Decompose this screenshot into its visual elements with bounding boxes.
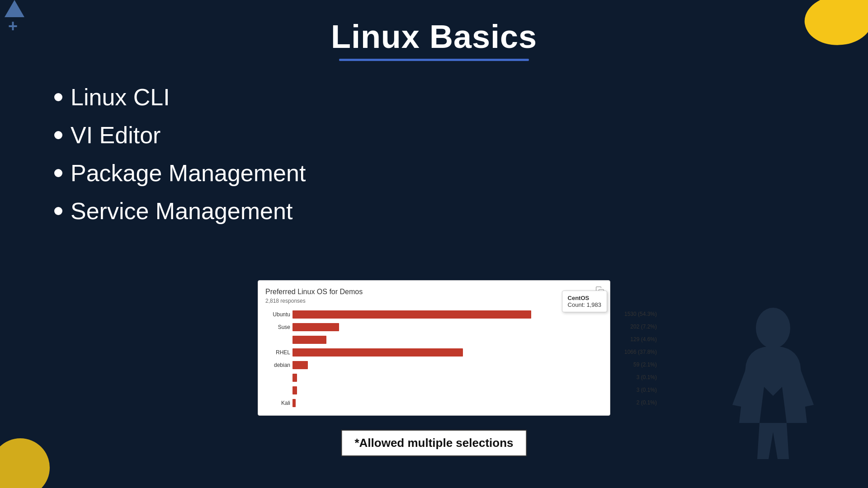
bullet-item-vi: VI Editor [54,122,868,149]
bar-row-suse: Suse 202 (7.2%) [292,322,603,332]
bar-row-ubuntu: Ubuntu 1530 (54.3%) [292,310,603,319]
tooltip-name: CentOS [568,295,601,301]
bar-label-suse: Suse [263,324,290,330]
bullet-dot [54,131,62,139]
bar-track-kali: 2 (0.1%) [292,399,603,407]
circle-decoration-bottom-left [0,438,50,488]
bullet-item-pkg: Package Management [54,160,868,187]
bullet-item-cli: Linux CLI [54,84,868,111]
chart-responses: 2,818 responses [265,298,603,304]
bar-value-suse2: 129 (4.6%) [630,336,657,343]
svg-point-0 [756,308,790,348]
bar-row-small2: 3 (0.1%) [292,385,603,395]
title-section: Linux Basics [0,0,868,61]
bar-track-small1: 3 (0.1%) [292,374,603,382]
footnote-text: *Allowed multiple selections [354,436,513,450]
bullet-dot [54,207,62,215]
bar-track-small2: 3 (0.1%) [292,386,603,394]
footnote-box: *Allowed multiple selections [341,430,527,456]
centos-tooltip: CentOS Count: 1,983 [562,291,607,312]
bar-fill-ubuntu [292,310,531,319]
bar-track-debian: 59 (2.1%) [292,361,603,369]
slide-title: Linux Basics [0,18,868,55]
bar-fill-debian [292,361,308,369]
bar-track-ubuntu: 1530 (54.3%) [292,310,603,319]
chart-area: Preferred Linux OS for Demos 2,818 respo… [258,280,610,416]
bullet-dot [54,93,62,101]
triangle-decoration [5,0,24,17]
bar-row-rhel: RHEL 1066 (37.8%) CentOS Count: 1,983 [292,347,603,357]
person-silhouette-decoration [723,305,823,461]
bar-value-debian: 59 (2.1%) [633,361,657,368]
tooltip-count: Count: 1,983 [568,301,601,308]
bar-value-suse: 202 (7.2%) [630,324,657,330]
bar-fill-suse [292,323,339,331]
bar-row-small1: 3 (0.1%) [292,373,603,383]
bar-value-rhel: 1066 (37.8%) [624,349,657,355]
bar-track-suse: 202 (7.2%) [292,323,603,331]
bullet-text-pkg: Package Management [71,160,306,187]
bar-fill-suse2 [292,336,326,344]
bullet-dot [54,169,62,177]
bar-row-suse2: 129 (4.6%) [292,335,603,345]
bullets-section: Linux CLI VI Editor Package Management S… [0,61,868,225]
bar-row-debian: debian 59 (2.1%) [292,360,603,370]
bar-value-small1: 3 (0.1%) [637,374,657,380]
chart-title: Preferred Linux OS for Demos [265,288,603,296]
bar-fill-rhel [292,348,463,357]
bullet-text-cli: Linux CLI [71,84,170,111]
chart-box: Preferred Linux OS for Demos 2,818 respo… [258,280,610,416]
bullet-text-vi: VI Editor [71,122,160,149]
bar-row-kali: Kali 2 (0.1%) [292,398,603,408]
bar-label-debian: debian [263,362,290,368]
bar-fill-small1 [292,374,297,382]
bar-value-small2: 3 (0.1%) [637,387,657,393]
bar-track-suse2: 129 (4.6%) [292,336,603,344]
bar-track-rhel: 1066 (37.8%) [292,348,603,357]
bar-label-kali: Kali [263,400,290,406]
plus-decoration: + [8,18,18,34]
bar-value-ubuntu: 1530 (54.3%) [624,311,657,317]
bar-fill-small2 [292,386,297,394]
bar-label-rhel: RHEL [263,349,290,356]
bar-label-ubuntu: Ubuntu [263,311,290,318]
bullet-item-svc: Service Management [54,197,868,225]
bar-value-kali: 2 (0.1%) [637,399,657,406]
bullet-text-svc: Service Management [71,197,292,225]
bar-fill-kali [292,399,296,407]
chart-bars: Ubuntu 1530 (54.3%) Suse 202 (7.2%) [265,310,603,408]
